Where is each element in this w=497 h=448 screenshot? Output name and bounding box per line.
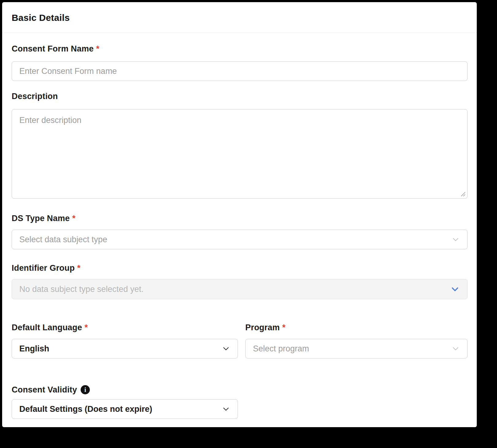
default-language-label: Default Language * xyxy=(12,323,238,332)
chevron-down-icon xyxy=(222,405,230,413)
field-consent-validity: Consent Validity i Default Settings (Doe… xyxy=(12,385,468,419)
consent-validity-select[interactable]: Default Settings (Does not expire) xyxy=(12,399,238,419)
resize-handle-icon[interactable] xyxy=(460,191,466,197)
ds-type-select-placeholder: Select data subject type xyxy=(19,235,107,244)
consent-validity-select-value: Default Settings (Does not expire) xyxy=(19,404,152,414)
required-asterisk: * xyxy=(96,44,99,54)
card-body: Consent Form Name * Description DS Type … xyxy=(2,44,477,419)
field-description: Description xyxy=(12,91,468,199)
card-header: Basic Details xyxy=(2,2,477,33)
required-asterisk: * xyxy=(77,263,81,273)
field-program: Program * Select program xyxy=(245,323,468,358)
description-textarea[interactable] xyxy=(12,109,468,199)
page-title: Basic Details xyxy=(12,13,467,23)
chevron-down-icon xyxy=(451,344,460,353)
chevron-down-icon xyxy=(451,235,460,244)
description-label: Description xyxy=(12,91,468,101)
ds-type-select[interactable]: Select data subject type xyxy=(12,230,468,249)
field-ds-type-name: DS Type Name * Select data subject type xyxy=(12,213,468,249)
basic-details-card: Basic Details Consent Form Name * Descri… xyxy=(2,2,477,427)
program-select-placeholder: Select program xyxy=(253,344,309,354)
default-language-select-value: English xyxy=(19,344,49,354)
field-identifier-group: Identifier Group * No data subject type … xyxy=(12,263,468,299)
consent-form-name-input[interactable] xyxy=(12,61,468,81)
consent-validity-label: Consent Validity i xyxy=(12,385,468,395)
required-asterisk: * xyxy=(72,213,75,223)
chevron-down-icon xyxy=(450,284,460,294)
identifier-group-label: Identifier Group * xyxy=(12,263,468,273)
description-textarea-wrap xyxy=(12,109,468,199)
identifier-group-select: No data subject type selected yet. xyxy=(12,279,468,299)
default-language-select[interactable]: English xyxy=(12,339,238,358)
consent-form-name-label: Consent Form Name * xyxy=(12,44,468,54)
program-label: Program * xyxy=(245,323,468,332)
chevron-down-icon xyxy=(222,344,230,353)
program-select[interactable]: Select program xyxy=(245,339,468,358)
required-asterisk: * xyxy=(282,323,285,332)
language-program-row: Default Language * English Program * Sel… xyxy=(12,323,468,358)
ds-type-name-label: DS Type Name * xyxy=(12,213,468,223)
identifier-group-select-placeholder: No data subject type selected yet. xyxy=(19,285,143,294)
field-consent-form-name: Consent Form Name * xyxy=(12,44,468,81)
field-default-language: Default Language * English xyxy=(12,323,238,358)
info-icon[interactable]: i xyxy=(81,385,90,394)
required-asterisk: * xyxy=(85,323,88,332)
